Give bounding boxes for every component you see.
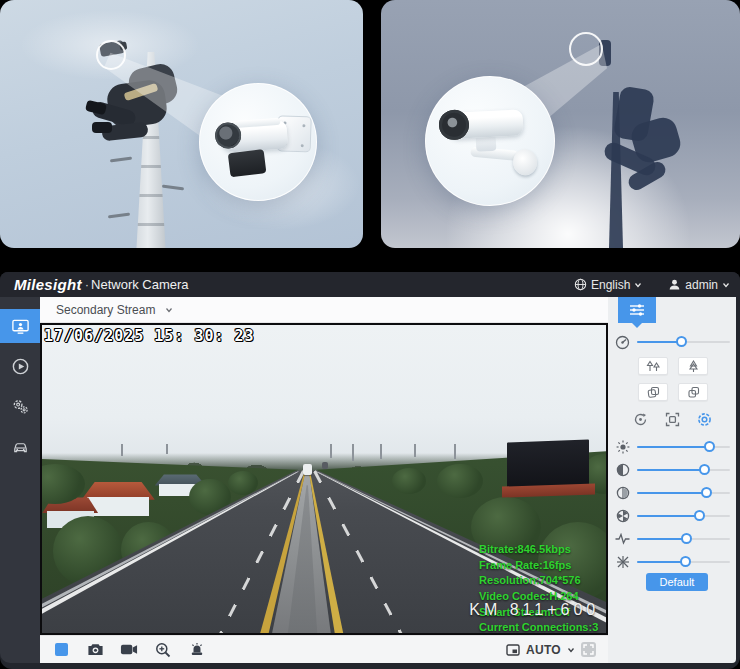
billboard-back [507, 439, 589, 488]
contrast-icon [615, 462, 630, 477]
milesight-logo: Milesight [14, 276, 82, 293]
sharpness-row [608, 504, 736, 527]
focus-near-button[interactable] [678, 383, 708, 401]
slider-handle[interactable] [699, 464, 710, 475]
magnifier-plus-icon [155, 642, 171, 658]
sliders-icon [629, 303, 645, 317]
auto-focus-button[interactable] [632, 411, 648, 427]
ptz-speed-row [608, 333, 736, 351]
focus-far-button[interactable] [638, 383, 668, 401]
auto-focus-icon [633, 412, 648, 427]
power-pylon [380, 444, 382, 459]
power-pylon [454, 444, 456, 459]
user-label: admin [685, 278, 718, 292]
osd-stream-stats: Bitrate:846.5kbps Frame Rate:16fps Resol… [479, 542, 598, 635]
sidebar-item-playback[interactable] [0, 349, 40, 383]
noise-reduction-3d-icon [615, 554, 630, 569]
manual-alarm-button[interactable] [188, 641, 206, 659]
zoom-focus-buttons [638, 357, 734, 401]
car [322, 462, 328, 469]
brightness-row [608, 435, 736, 458]
contrast-row [608, 458, 736, 481]
video-toolbar: AUTO [40, 635, 608, 663]
language-selector[interactable]: English [574, 278, 642, 292]
sidebar-nav [0, 297, 40, 663]
lens-initialize-icon [665, 412, 680, 427]
sidebar-item-live-view[interactable] [0, 309, 40, 343]
panel-tab-pointer [632, 323, 642, 328]
product-name: Network Camera [85, 277, 189, 292]
user-menu[interactable]: admin [668, 278, 730, 292]
play-circle-icon [11, 357, 30, 376]
focus-mode-row [608, 411, 736, 427]
zoom-out-icon [646, 360, 661, 373]
fullscreen-button[interactable] [581, 642, 596, 657]
osd-bitrate: Bitrate:846.5kbps [479, 542, 598, 558]
highway-scene: 17/06/2025 15: 30: 23 Bitrate:846.5kbps … [42, 325, 606, 633]
promo-photo-installation-day [0, 0, 363, 248]
sharpness-slider[interactable] [637, 509, 730, 523]
stream-selector-bar: Secondary Stream [40, 297, 608, 323]
chevron-down-icon [722, 281, 730, 289]
top-navbar: Milesight Network Camera English admin [0, 272, 740, 297]
van [303, 464, 312, 475]
brightness-slider[interactable] [637, 440, 730, 454]
zoom-in-button[interactable] [678, 357, 708, 375]
camera-icon [87, 642, 104, 657]
power-pylon [166, 444, 168, 454]
ptz-speed-slider[interactable] [637, 335, 730, 349]
noise-reduction-2d-icon [615, 531, 630, 546]
sharpness-icon [615, 508, 630, 523]
saturation-icon [615, 485, 630, 500]
auxiliary-focus-button[interactable] [696, 411, 712, 427]
noise-reduction-3d-slider[interactable] [637, 555, 730, 569]
tree [437, 464, 483, 498]
slider-handle[interactable] [680, 556, 691, 567]
fullscreen-icon [583, 644, 594, 655]
brightness-icon [615, 439, 630, 454]
chevron-down-icon[interactable] [165, 306, 173, 314]
car-icon [11, 437, 30, 456]
slider-handle[interactable] [694, 510, 705, 521]
contrast-slider[interactable] [637, 463, 730, 477]
highlight-circle [96, 40, 126, 70]
slider-handle[interactable] [701, 487, 712, 498]
pole-rung [162, 184, 184, 190]
camcorder-icon [120, 643, 138, 656]
snapshot-button[interactable] [86, 641, 104, 659]
zoom-out-button[interactable] [638, 357, 668, 375]
slider-handle[interactable] [681, 533, 692, 544]
digital-zoom-button[interactable] [154, 641, 172, 659]
aspect-ratio-icon [506, 644, 520, 656]
osd-framerate: Frame Rate:16fps [479, 558, 598, 574]
stop-icon [55, 643, 68, 656]
sidebar-item-smart-traffic[interactable] [0, 429, 40, 463]
stop-stream-button[interactable] [52, 641, 70, 659]
saturation-slider[interactable] [637, 486, 730, 500]
live-video: 17/06/2025 15: 30: 23 Bitrate:846.5kbps … [40, 323, 608, 635]
adjust-panel-toggle[interactable] [618, 297, 656, 323]
camera-inset-circle [425, 76, 555, 206]
power-pylon [330, 444, 332, 458]
page: Milesight Network Camera English admin [0, 0, 740, 669]
ptz-camera-illustration [438, 100, 542, 185]
lens-initialize-button[interactable] [664, 411, 680, 427]
stream-selector[interactable]: Secondary Stream [56, 303, 155, 317]
aspect-ratio-select[interactable]: AUTO [526, 643, 561, 657]
language-label: English [591, 278, 630, 292]
saturation-row [608, 481, 736, 504]
default-button[interactable]: Default [646, 573, 708, 591]
power-pylon [414, 444, 416, 457]
auxiliary-focus-icon [697, 412, 712, 427]
camera-inset-circle [199, 83, 317, 201]
slider-handle[interactable] [704, 441, 715, 452]
noise-reduction-2d-slider[interactable] [637, 532, 730, 546]
promo-photo-installation-backlit [381, 0, 740, 248]
bullet-camera-illustration [214, 109, 315, 186]
sidebar-item-settings[interactable] [0, 389, 40, 423]
slider-handle[interactable] [676, 336, 687, 347]
highlight-circle [569, 32, 603, 66]
osd-resolution: Resolution:704*576 [479, 573, 598, 589]
chevron-down-icon[interactable] [567, 646, 575, 654]
record-button[interactable] [120, 641, 138, 659]
